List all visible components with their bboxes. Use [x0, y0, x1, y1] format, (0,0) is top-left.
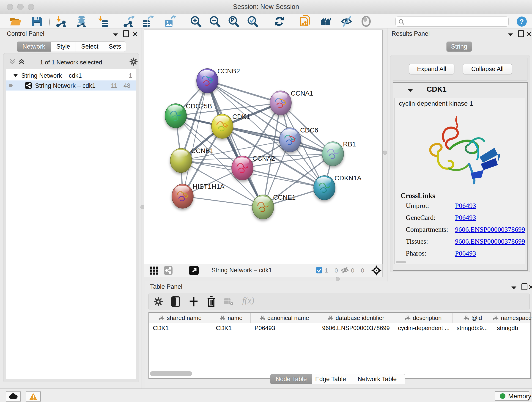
column-header-name[interactable]: name [212, 313, 251, 323]
delete-column-icon[interactable] [207, 296, 215, 307]
float-panel-icon[interactable] [518, 30, 524, 37]
cloud-button[interactable] [6, 391, 21, 402]
zoom-out-icon[interactable] [209, 15, 221, 27]
tab-network-table[interactable]: Network Table [349, 374, 405, 384]
tab-node-table[interactable]: Node Table [270, 374, 312, 384]
crosslink-value-link[interactable]: P06493 [455, 249, 476, 257]
network-edge-count: 48 [123, 82, 130, 89]
network-row[interactable]: String Network – cdk1 11 48 [6, 80, 136, 90]
collapse-panel-icon[interactable] [507, 32, 513, 37]
node-label: CDK1 [232, 113, 250, 120]
export-table-icon[interactable] [141, 15, 154, 27]
expand-all-button[interactable]: Expand All [409, 64, 454, 74]
network-edge[interactable] [183, 196, 263, 207]
table-cell[interactable]: stringdb [493, 323, 532, 333]
network-edge[interactable] [183, 81, 207, 196]
tree-expander-icon[interactable] [13, 74, 18, 77]
search-input[interactable] [406, 18, 505, 25]
network-node-hist1h1a[interactable]: HIST1H1A [172, 183, 225, 208]
column-header-namespace[interactable]: namespace [493, 313, 532, 323]
table-cell[interactable]: CDK1 [212, 323, 251, 333]
network-node-rb1[interactable]: RB1 [322, 140, 356, 166]
network-graph[interactable]: CCNB2CCNA1CDC25BCDK1CDC6RB1CCNB1CCNA2CDK… [145, 31, 382, 264]
table-tabs: Node TableEdge TableNetwork Table [270, 374, 405, 384]
column-header-shared-name[interactable]: shared name [149, 313, 212, 323]
table-cell[interactable]: P06493 [251, 323, 318, 333]
column-header-description[interactable]: description [394, 313, 453, 323]
column-header-database-identifier[interactable]: database identifier [318, 313, 394, 323]
network-node-ccnb1[interactable]: CCNB1 [170, 147, 214, 172]
memory-button[interactable]: Memory [495, 391, 529, 401]
zoom-fit-icon[interactable] [227, 15, 240, 27]
collection-count: 1 [129, 72, 132, 79]
zoom-selected-icon[interactable] [246, 15, 259, 27]
birdseye-navigator-icon[interactable] [371, 265, 381, 275]
network-node-cdkn1a[interactable]: CDKN1A [314, 174, 361, 200]
table-cell[interactable]: 9606.ENSP00000378699 [318, 323, 394, 333]
hidden-eye-icon[interactable] [341, 267, 349, 274]
import-database-icon[interactable] [75, 15, 88, 27]
import-network-icon[interactable] [55, 15, 67, 27]
crosslink-label: Compartments: [406, 225, 448, 233]
table-cell[interactable]: cyclin-dependent ... [394, 323, 453, 333]
tab-string[interactable]: String [446, 41, 472, 52]
grid-view-icon[interactable] [150, 266, 158, 274]
network-node-ccne1[interactable]: CCNE1 [252, 194, 296, 219]
zoom-in-icon[interactable] [190, 15, 202, 27]
share-view-icon[interactable] [164, 266, 172, 275]
network-tree: String Network – cdk1 1 String Network –… [6, 69, 136, 379]
show-columns-icon[interactable] [171, 296, 180, 307]
search-field[interactable] [395, 17, 509, 27]
collapse-panel-icon[interactable] [113, 32, 119, 37]
float-panel-icon[interactable] [521, 283, 527, 290]
sphere-eye-icon[interactable] [360, 15, 372, 27]
network-node-ccna1[interactable]: CCNA1 [270, 89, 313, 115]
selected-checkbox-icon[interactable] [316, 267, 322, 274]
network-collection-row[interactable]: String Network – cdk1 1 [6, 70, 136, 80]
tab-edge-table[interactable]: Edge Table [312, 374, 349, 384]
string-document-icon[interactable] [299, 15, 311, 27]
add-column-icon[interactable] [189, 296, 198, 307]
close-panel-icon[interactable]: ✕ [133, 31, 138, 38]
float-panel-icon[interactable] [123, 30, 129, 37]
warning-button[interactable] [26, 391, 41, 402]
detach-view-icon[interactable] [189, 266, 199, 275]
entry-expander-icon[interactable] [407, 88, 413, 92]
right-splitter-handle[interactable] [383, 151, 387, 155]
table-horizontal-scrollbar-thumb[interactable] [150, 371, 192, 376]
column-header--id[interactable]: @id [453, 313, 493, 323]
hide-eye-icon[interactable] [340, 15, 353, 27]
table-cell[interactable]: stringdb:9... [453, 323, 493, 333]
column-header-canonical-name[interactable]: canonical name [251, 313, 318, 323]
save-session-icon[interactable] [31, 15, 43, 27]
refresh-icon[interactable] [273, 15, 285, 27]
delete-table-icon-disabled [224, 298, 234, 306]
export-network-icon[interactable] [123, 15, 135, 27]
collapse-panel-icon[interactable] [511, 286, 517, 290]
export-image-icon[interactable] [164, 15, 176, 27]
tab-select[interactable]: Select [76, 41, 104, 52]
horizontal-scrollbar-thumb[interactable] [396, 261, 406, 263]
control-panel-title: Control Panel [7, 30, 44, 37]
crosslink-row: Uniprot:P06493 [406, 202, 523, 214]
bottom-splitter-handle[interactable] [336, 277, 340, 281]
tab-sets[interactable]: Sets [104, 41, 126, 52]
crosslink-value-link[interactable]: P06493 [455, 202, 476, 210]
crosslink-value-link[interactable]: P06493 [455, 214, 476, 221]
open-session-icon[interactable] [9, 15, 22, 27]
import-table-icon[interactable] [96, 15, 108, 27]
network-edge[interactable] [207, 81, 281, 103]
table-cell[interactable]: CDK1 [149, 323, 212, 333]
network-node-cdc25b[interactable]: CDC25B [165, 102, 212, 128]
collapse-all-button[interactable]: Collapse All [463, 64, 512, 74]
tab-style[interactable]: Style [51, 41, 76, 52]
crosslink-value-link[interactable]: 9606.ENSP00000378699 [455, 237, 525, 245]
crosslink-value-link[interactable]: 9606.ENSP00000378699 [455, 225, 525, 233]
houses-icon[interactable] [320, 15, 332, 27]
close-panel-icon[interactable]: ✕ [528, 283, 532, 291]
help-icon[interactable]: ? [516, 16, 527, 27]
gear-icon[interactable] [129, 57, 138, 66]
tab-network[interactable]: Network [17, 41, 51, 52]
close-panel-icon[interactable]: ✕ [526, 31, 532, 38]
gear-icon[interactable] [154, 297, 163, 306]
